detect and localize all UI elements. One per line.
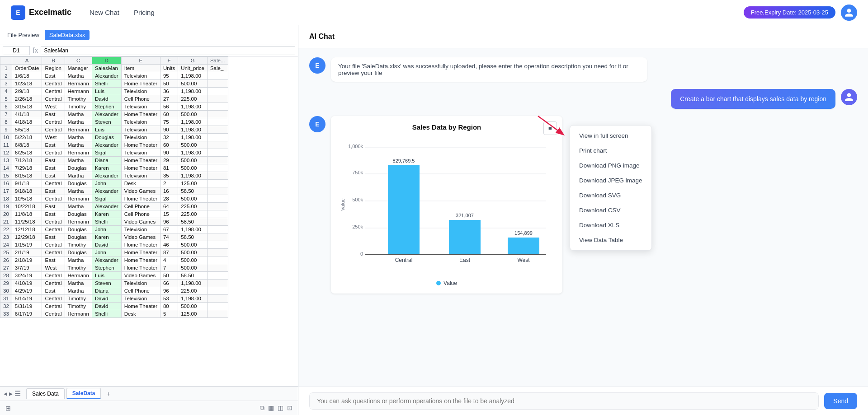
cell[interactable]: Central (42, 95, 65, 103)
cell[interactable]: 500.00 (178, 264, 208, 272)
cell[interactable]: Douglas (65, 164, 92, 172)
avatar[interactable] (841, 5, 857, 21)
cell[interactable]: Desk (121, 310, 160, 318)
cell[interactable]: 125.00 (178, 180, 208, 187)
cell[interactable]: 1/23/18 (12, 80, 42, 88)
cell[interactable]: 500.00 (178, 303, 208, 310)
cell[interactable]: Cell Phone (121, 203, 160, 210)
cell[interactable]: 4/10/19 (12, 280, 42, 287)
cell[interactable]: Home Theater (121, 141, 160, 149)
cell[interactable]: Television (121, 134, 160, 141)
cell[interactable]: 74 (160, 233, 178, 241)
file-badge[interactable]: SaleData.xlsx (45, 30, 90, 40)
cell[interactable]: 66 (160, 280, 178, 287)
cell[interactable]: Central (42, 241, 65, 249)
cell[interactable]: 5 (160, 310, 178, 318)
menu-item-png[interactable]: Download PNG image (570, 158, 651, 173)
cell[interactable]: Desk (121, 180, 160, 187)
cell[interactable]: Timothy (65, 95, 92, 103)
cell[interactable]: East (42, 287, 65, 295)
col-header-c[interactable]: C (65, 57, 92, 65)
sheet-menu-icon[interactable]: ☰ (14, 389, 21, 398)
cell[interactable]: 500.00 (178, 195, 208, 203)
cell[interactable]: 500.00 (178, 141, 208, 149)
cell[interactable]: Central (42, 126, 65, 134)
cell[interactable]: Timothy (65, 295, 92, 303)
cell[interactable] (207, 180, 228, 187)
cell[interactable]: 4/29/19 (12, 287, 42, 295)
cell[interactable]: Karen (92, 164, 121, 172)
copy-icon[interactable]: ⧉ (260, 404, 264, 412)
cell[interactable]: Cell Phone (121, 95, 160, 103)
cell[interactable]: 1,198.00 (178, 295, 208, 303)
cell[interactable]: 32 (160, 134, 178, 141)
cell[interactable]: East (42, 157, 65, 164)
cell[interactable]: Shelli (92, 218, 121, 226)
cell[interactable]: 500.00 (178, 164, 208, 172)
cell[interactable]: Central (42, 218, 65, 226)
cell[interactable]: 1,198.00 (178, 88, 208, 95)
cell[interactable] (207, 218, 228, 226)
cell[interactable]: Alexander (92, 187, 121, 195)
cell-ref-input[interactable] (3, 46, 30, 55)
cell[interactable]: 58.50 (178, 233, 208, 241)
cell[interactable]: 58.50 (178, 218, 208, 226)
cell[interactable]: 27 (160, 95, 178, 103)
cell[interactable]: Home Theater (121, 256, 160, 264)
cell[interactable] (207, 88, 228, 95)
cell[interactable] (207, 72, 228, 80)
cell[interactable]: Television (121, 103, 160, 111)
cell[interactable]: Hermann (65, 126, 92, 134)
cell[interactable] (207, 195, 228, 203)
cell[interactable]: Central (42, 280, 65, 287)
cell[interactable]: 6/8/18 (12, 141, 42, 149)
cell[interactable]: East (42, 172, 65, 180)
cell[interactable]: Home Theater (121, 111, 160, 118)
cell[interactable]: Alexander (92, 256, 121, 264)
cell[interactable]: 11/8/18 (12, 210, 42, 218)
cell[interactable]: Martha (65, 280, 92, 287)
cell[interactable]: 500.00 (178, 256, 208, 264)
layout-icon[interactable]: ◫ (278, 404, 283, 412)
cell[interactable]: Shelli (92, 80, 121, 88)
cell[interactable]: 10/22/18 (12, 203, 42, 210)
cell[interactable]: 3/24/19 (12, 272, 42, 280)
cell[interactable]: Shelli (92, 310, 121, 318)
cell[interactable] (207, 157, 228, 164)
cell[interactable]: East (42, 164, 65, 172)
cell[interactable]: Central (42, 310, 65, 318)
cell[interactable]: Central (42, 295, 65, 303)
cell[interactable]: 500.00 (178, 80, 208, 88)
cell[interactable]: 2/9/18 (12, 88, 42, 95)
cell[interactable]: Timothy (65, 303, 92, 310)
cell[interactable]: 8/15/18 (12, 172, 42, 180)
cell[interactable]: Steven (92, 280, 121, 287)
menu-item-fullscreen[interactable]: View in full screen (570, 128, 651, 143)
cell[interactable]: 64 (160, 203, 178, 210)
cell[interactable]: David (92, 303, 121, 310)
bar-central[interactable] (388, 165, 420, 254)
cell[interactable]: Central (42, 303, 65, 310)
cell[interactable]: East (42, 187, 65, 195)
cell[interactable]: Central (42, 272, 65, 280)
cell[interactable]: 5/22/18 (12, 134, 42, 141)
spreadsheet-container[interactable]: A B C D E F G Sale... 1 OrderDate Region… (0, 56, 298, 386)
cell[interactable] (207, 95, 228, 103)
cell[interactable]: Hermann (65, 218, 92, 226)
cell[interactable]: 1,198.00 (178, 134, 208, 141)
cell[interactable]: 5/5/18 (12, 126, 42, 134)
col-header-e[interactable]: E (121, 57, 160, 65)
cell[interactable]: East (42, 111, 65, 118)
cell[interactable]: West (42, 103, 65, 111)
cell[interactable]: 3/15/18 (12, 103, 42, 111)
cell[interactable]: 4/18/18 (12, 118, 42, 126)
cell[interactable]: Douglas (65, 180, 92, 187)
cell[interactable]: Martha (65, 118, 92, 126)
cell[interactable]: 90 (160, 149, 178, 157)
cell[interactable]: Video Games (121, 233, 160, 241)
cell[interactable] (207, 272, 228, 280)
cell[interactable]: 9/1/18 (12, 180, 42, 187)
cell[interactable] (207, 310, 228, 318)
cell[interactable]: 80 (160, 303, 178, 310)
cell[interactable]: 95 (160, 72, 178, 80)
